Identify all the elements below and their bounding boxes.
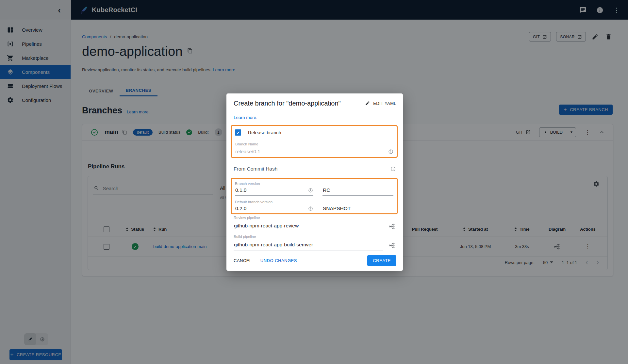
default-branch-version-suffix-input[interactable] — [323, 206, 379, 211]
undo-changes-button[interactable]: UNDO CHANGES — [260, 258, 297, 263]
review-pipeline-field — [234, 221, 383, 232]
from-commit-hash-input[interactable] — [234, 166, 372, 172]
branch-version-col: Branch version — [235, 182, 313, 196]
pipeline-diagram-icon[interactable] — [388, 242, 396, 249]
review-pipeline-label: Review pipeline — [234, 216, 383, 220]
release-branch-checkbox[interactable] — [235, 129, 241, 136]
build-pipeline-col: Build pipeline — [234, 235, 383, 251]
create-button[interactable]: CREATE — [367, 255, 396, 266]
release-branch-label: Release branch — [248, 130, 281, 135]
versioning-highlight-box: Branch version Default branch version — [231, 178, 398, 214]
cancel-button[interactable]: CANCEL — [234, 258, 252, 263]
dialog-title: Create branch for "demo-application" — [234, 100, 341, 107]
edit-yaml-button[interactable]: EDIT YAML — [365, 101, 396, 106]
create-branch-dialog: Create branch for "demo-application" EDI… — [226, 93, 403, 271]
branch-version-suffix-col — [322, 182, 393, 196]
default-branch-version-label: Default branch version — [235, 200, 313, 204]
info-icon[interactable] — [390, 166, 396, 172]
default-branch-version-input[interactable] — [235, 206, 297, 211]
branch-version-field — [235, 186, 313, 196]
branch-name-label: Branch Name — [235, 142, 258, 146]
default-branch-version-col: Default branch version — [235, 200, 313, 214]
default-branch-version-suffix-col — [322, 200, 393, 214]
default-branch-version-field — [235, 204, 313, 214]
branch-version-suffix-input[interactable] — [323, 187, 379, 193]
branch-version-row: Branch version — [235, 182, 393, 196]
info-icon[interactable] — [308, 206, 313, 211]
branch-version-input[interactable] — [235, 187, 297, 193]
build-pipeline-field — [234, 240, 383, 251]
build-pipeline-row: Build pipeline — [234, 235, 396, 251]
build-pipeline-label: Build pipeline — [234, 235, 383, 239]
branch-version-suffix-field — [322, 186, 393, 196]
edit-yaml-label: EDIT YAML — [373, 101, 396, 106]
branch-name-input[interactable] — [235, 149, 362, 155]
review-pipeline-row: Review pipeline — [234, 216, 396, 232]
pencil-icon — [365, 101, 370, 106]
release-branch-highlight-box: Release branch Branch Name — [231, 125, 398, 158]
review-pipeline-input[interactable] — [234, 223, 383, 229]
branch-name-field — [235, 149, 393, 155]
review-pipeline-col: Review pipeline — [234, 216, 383, 232]
default-branch-version-row: Default branch version — [235, 200, 393, 214]
info-icon[interactable] — [308, 188, 313, 193]
from-commit-hash-field — [234, 166, 396, 176]
dialog-learn-more-link[interactable]: Learn more. — [234, 115, 257, 120]
release-branch-row: Release branch — [235, 129, 281, 136]
default-branch-version-suffix-field — [322, 204, 393, 214]
pipeline-diagram-icon[interactable] — [388, 223, 396, 230]
dialog-footer: CANCEL UNDO CHANGES CREATE — [234, 255, 396, 266]
branch-version-label: Branch version — [235, 182, 313, 186]
info-icon[interactable] — [388, 149, 393, 154]
build-pipeline-input[interactable] — [234, 242, 383, 248]
app-screen: ‹ Overview Pipelines Marketplace Compone… — [0, 0, 628, 364]
